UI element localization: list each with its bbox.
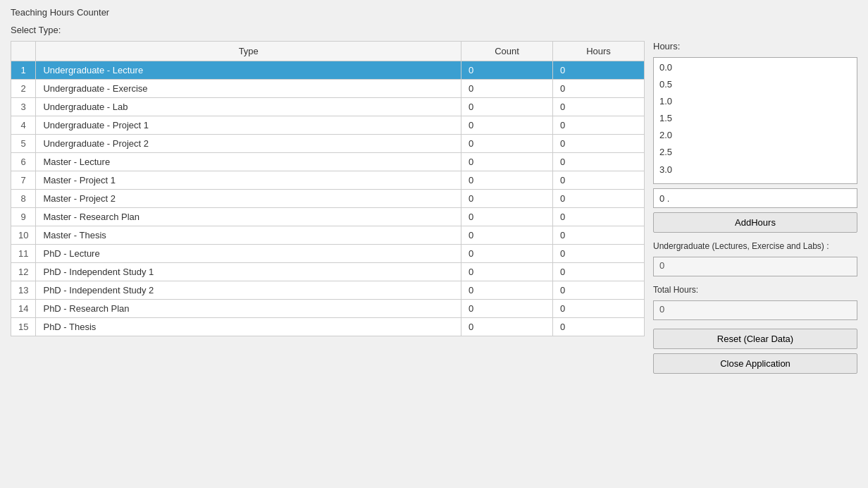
- row-number: 15: [11, 318, 36, 336]
- row-type: PhD - Independent Study 2: [36, 281, 461, 300]
- row-count: 0: [461, 80, 553, 98]
- col-header-type: Type: [36, 42, 461, 61]
- row-hours: 0: [553, 116, 645, 135]
- close-button[interactable]: Close Application: [653, 353, 857, 374]
- reset-button[interactable]: Reset (Clear Data): [653, 329, 857, 349]
- row-number: 4: [11, 116, 36, 135]
- col-header-hours: Hours: [553, 42, 645, 61]
- row-hours: 0: [553, 245, 645, 263]
- row-number: 8: [11, 190, 36, 208]
- table-row[interactable]: 15PhD - Thesis00: [11, 318, 645, 336]
- row-type: PhD - Independent Study 1: [36, 263, 461, 281]
- hours-option[interactable]: 1.0: [657, 93, 854, 110]
- row-hours: 0: [553, 208, 645, 226]
- hours-option[interactable]: 3.5: [657, 178, 854, 184]
- total-hours-label: Total Hours:: [653, 285, 857, 295]
- row-count: 0: [461, 135, 553, 153]
- table-row[interactable]: 9Master - Research Plan00: [11, 208, 645, 226]
- row-number: 2: [11, 80, 36, 98]
- row-number: 10: [11, 226, 36, 245]
- row-count: 0: [461, 245, 553, 263]
- row-number: 5: [11, 135, 36, 153]
- row-number: 7: [11, 171, 36, 190]
- table-row[interactable]: 6Master - Lecture00: [11, 153, 645, 171]
- table-section: Type Count Hours 1Undergraduate - Lectur…: [11, 41, 645, 374]
- row-hours: 0: [553, 281, 645, 300]
- row-count: 0: [461, 190, 553, 208]
- row-number: 11: [11, 245, 36, 263]
- table-row[interactable]: 5Undergraduate - Project 200: [11, 135, 645, 153]
- total-hours-value: 0: [653, 300, 857, 320]
- row-number: 14: [11, 300, 36, 318]
- row-count: 0: [461, 98, 553, 116]
- row-hours: 0: [553, 153, 645, 171]
- row-number: 3: [11, 98, 36, 116]
- hours-option[interactable]: 2.5: [657, 144, 854, 161]
- table-row[interactable]: 7Master - Project 100: [11, 171, 645, 190]
- row-count: 0: [461, 226, 553, 245]
- col-header-count: Count: [461, 42, 553, 61]
- teaching-table: Type Count Hours 1Undergraduate - Lectur…: [11, 41, 645, 336]
- row-hours: 0: [553, 318, 645, 336]
- add-hours-button[interactable]: AddHours: [653, 212, 857, 233]
- table-row[interactable]: 2Undergraduate - Exercise00: [11, 80, 645, 98]
- row-number: 1: [11, 61, 36, 80]
- row-hours: 0: [553, 61, 645, 80]
- row-count: 0: [461, 153, 553, 171]
- row-number: 13: [11, 281, 36, 300]
- row-hours: 0: [553, 80, 645, 98]
- undergrad-label: Undergraduate (Lectures, Exercise and La…: [653, 241, 857, 251]
- row-count: 0: [461, 318, 553, 336]
- row-hours: 0: [553, 190, 645, 208]
- table-row[interactable]: 1Undergraduate - Lecture00: [11, 61, 645, 80]
- col-header-num: [11, 42, 36, 61]
- row-type: Undergraduate - Lecture: [36, 61, 461, 80]
- row-count: 0: [461, 116, 553, 135]
- row-type: PhD - Lecture: [36, 245, 461, 263]
- hours-option[interactable]: 2.0: [657, 127, 854, 144]
- table-row[interactable]: 8Master - Project 200: [11, 190, 645, 208]
- app-title: Teaching Hours Counter: [0, 0, 868, 22]
- hours-option[interactable]: 0.5: [657, 76, 854, 93]
- row-hours: 0: [553, 98, 645, 116]
- row-count: 0: [461, 300, 553, 318]
- row-type: Master - Research Plan: [36, 208, 461, 226]
- row-type: Undergraduate - Project 2: [36, 135, 461, 153]
- row-type: Master - Project 2: [36, 190, 461, 208]
- row-number: 12: [11, 263, 36, 281]
- table-row[interactable]: 12PhD - Independent Study 100: [11, 263, 645, 281]
- row-type: Undergraduate - Exercise: [36, 80, 461, 98]
- row-hours: 0: [553, 300, 645, 318]
- table-row[interactable]: 10Master - Thesis00: [11, 226, 645, 245]
- row-hours: 0: [553, 135, 645, 153]
- right-panel: Hours: 0.00.51.01.52.02.53.03.54.0 0 . A…: [653, 41, 857, 374]
- table-row[interactable]: 14PhD - Research Plan00: [11, 300, 645, 318]
- row-type: Master - Lecture: [36, 153, 461, 171]
- row-type: Undergraduate - Project 1: [36, 116, 461, 135]
- undergrad-value: 0: [653, 257, 857, 276]
- row-count: 0: [461, 61, 553, 80]
- row-count: 0: [461, 171, 553, 190]
- table-row[interactable]: 13PhD - Independent Study 200: [11, 281, 645, 300]
- row-type: PhD - Research Plan: [36, 300, 461, 318]
- row-count: 0: [461, 208, 553, 226]
- hours-option[interactable]: 3.0: [657, 161, 854, 178]
- hours-label: Hours:: [653, 41, 857, 51]
- row-hours: 0: [553, 171, 645, 190]
- row-count: 0: [461, 263, 553, 281]
- row-type: Undergraduate - Lab: [36, 98, 461, 116]
- row-hours: 0: [553, 263, 645, 281]
- table-row[interactable]: 4Undergraduate - Project 100: [11, 116, 645, 135]
- row-count: 0: [461, 281, 553, 300]
- row-type: Master - Project 1: [36, 171, 461, 190]
- row-hours: 0: [553, 226, 645, 245]
- table-row[interactable]: 3Undergraduate - Lab00: [11, 98, 645, 116]
- row-number: 9: [11, 208, 36, 226]
- table-row[interactable]: 11PhD - Lecture00: [11, 245, 645, 263]
- hours-option[interactable]: 1.5: [657, 110, 854, 127]
- row-type: Master - Thesis: [36, 226, 461, 245]
- row-number: 6: [11, 153, 36, 171]
- hours-listbox[interactable]: 0.00.51.01.52.02.53.03.54.0: [653, 57, 857, 184]
- hours-option[interactable]: 0.0: [657, 59, 854, 76]
- row-type: PhD - Thesis: [36, 318, 461, 336]
